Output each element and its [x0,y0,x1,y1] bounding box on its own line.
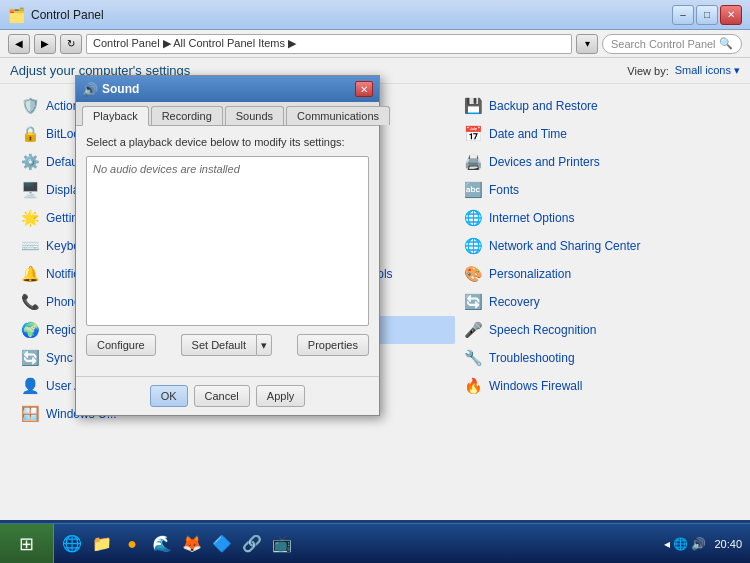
taskbar-ie-icon[interactable]: 🌐 [58,530,86,558]
no-devices-text: No audio devices are installed [93,163,240,175]
cp-close-button[interactable]: ✕ [720,5,742,25]
list-item[interactable]: 🖨️Devices and Printers [455,148,738,176]
cp-search-box[interactable]: Search Control Panel 🔍 [602,34,742,54]
apply-button[interactable]: Apply [256,385,306,407]
dialog-close-button[interactable]: ✕ [355,81,373,97]
cp-titlebar: 🗂️ Control Panel – □ ✕ [0,0,750,30]
display-icon: 🖥️ [20,180,40,200]
view-by-label: View by: [627,65,668,77]
taskbar-media-icon[interactable]: ● [118,530,146,558]
desktop: 🗂️ Control Panel – □ ✕ ◀ ▶ ↻ Control Pan… [0,0,750,563]
taskbar-media2-icon[interactable]: 🌊 [148,530,176,558]
dialog-body: Select a playback device below to modify… [76,126,379,366]
cp-window-buttons: – □ ✕ [672,5,742,25]
getting-started-icon: 🌟 [20,208,40,228]
speech-recognition-icon: 🎤 [463,320,483,340]
cp-addressbar: ◀ ▶ ↻ Control Panel ▶ All Control Panel … [0,30,750,58]
cancel-button[interactable]: Cancel [194,385,250,407]
personalization-icon: 🎨 [463,264,483,284]
cp-minimize-button[interactable]: – [672,5,694,25]
configure-button[interactable]: Configure [86,334,156,356]
taskbar-app3-icon[interactable]: 📺 [268,530,296,558]
keyboard-icon: ⌨️ [20,236,40,256]
taskbar-app1-icon[interactable]: 🔷 [208,530,236,558]
system-tray: ◂ 🌐 🔊 [660,537,710,551]
device-list: No audio devices are installed [86,156,369,326]
sync-icon: 🔄 [20,348,40,368]
list-item[interactable]: 💾Backup and Restore [455,92,738,120]
backup-icon: 💾 [463,96,483,116]
list-item[interactable]: 🌐Network and Sharing Center [455,232,738,260]
taskbar-app2-icon[interactable]: 🔗 [238,530,266,558]
notification-icon: 🔔 [20,264,40,284]
taskbar-right: ◂ 🌐 🔊 20:40 [660,537,750,551]
cp-history-button[interactable]: ▾ [576,34,598,54]
taskbar-firefox-icon[interactable]: 🦊 [178,530,206,558]
taskbar: ⊞ 🌐 📁 ● 🌊 🦊 🔷 🔗 📺 ◂ 🌐 🔊 20:40 [0,523,750,563]
set-default-button[interactable]: Set Default [181,334,256,356]
cp-breadcrumb: Control Panel ▶ All Control Panel Items … [86,34,572,54]
start-icon: ⊞ [19,533,34,555]
tab-sounds[interactable]: Sounds [225,106,284,125]
cp-refresh-button[interactable]: ↻ [60,34,82,54]
tray-volume-icon[interactable]: 🔊 [691,537,706,551]
default-programs-icon: ⚙️ [20,152,40,172]
list-item[interactable]: 🔤Fonts [455,176,738,204]
dialog-instruction: Select a playback device below to modify… [86,136,369,148]
dialog-action-buttons: Configure Set Default ▾ Properties [86,334,369,356]
cp-col3: 💾Backup and Restore 📅Date and Time 🖨️Dev… [455,92,738,428]
list-item[interactable]: 🎨Personalization [455,260,738,288]
cp-maximize-button[interactable]: □ [696,5,718,25]
tray-arrow[interactable]: ◂ [664,537,670,551]
windows-update-icon: 🪟 [20,404,40,424]
dialog-titlebar: 🔊 Sound ✕ [76,76,379,102]
tab-communications[interactable]: Communications [286,106,390,125]
tab-playback[interactable]: Playback [82,106,149,126]
start-button[interactable]: ⊞ [0,524,54,564]
region-icon: 🌍 [20,320,40,340]
dialog-tabs: Playback Recording Sounds Communications [76,102,379,126]
action-center-icon: 🛡️ [20,96,40,116]
search-placeholder: Search Control Panel [611,38,716,50]
taskbar-clock[interactable]: 20:40 [714,538,742,550]
internet-options-icon: 🌐 [463,208,483,228]
cp-window-title: Control Panel [31,8,672,22]
cp-forward-button[interactable]: ▶ [34,34,56,54]
set-default-group: Set Default ▾ [181,334,272,356]
search-icon: 🔍 [719,37,733,50]
recovery-icon: 🔄 [463,292,483,312]
troubleshooting-icon: 🔧 [463,348,483,368]
taskbar-explorer-icon[interactable]: 📁 [88,530,116,558]
devices-printers-icon: 🖨️ [463,152,483,172]
list-item[interactable]: 🔥Windows Firewall [455,372,738,400]
network-sharing-icon: 🌐 [463,236,483,256]
phone-icon: 📞 [20,292,40,312]
dialog-title-icon: 🔊 [82,82,98,97]
dialog-confirm-buttons: OK Cancel Apply [76,376,379,415]
list-item[interactable]: 🎤Speech Recognition [455,316,738,344]
sound-dialog: 🔊 Sound ✕ Playback Recording Sounds Comm… [75,75,380,416]
list-item[interactable]: 🌐Internet Options [455,204,738,232]
fonts-icon: 🔤 [463,180,483,200]
list-item[interactable]: 🔧Troubleshooting [455,344,738,372]
ok-button[interactable]: OK [150,385,188,407]
list-item[interactable]: 🔄Recovery [455,288,738,316]
datetime-icon: 📅 [463,124,483,144]
cp-window-icon: 🗂️ [8,7,25,23]
properties-button[interactable]: Properties [297,334,369,356]
cp-back-button[interactable]: ◀ [8,34,30,54]
set-default-arrow-button[interactable]: ▾ [256,334,272,356]
breadcrumb-text: Control Panel ▶ All Control Panel Items … [93,37,296,50]
list-item[interactable]: 📅Date and Time [455,120,738,148]
tray-network-icon: 🌐 [673,537,688,551]
tab-recording[interactable]: Recording [151,106,223,125]
windows-firewall-icon: 🔥 [463,376,483,396]
bitlocker-icon: 🔒 [20,124,40,144]
taskbar-pinned-icons: 🌐 📁 ● 🌊 🦊 🔷 🔗 📺 [54,530,300,558]
view-mode-selector[interactable]: Small icons ▾ [675,64,740,77]
user-accounts-icon: 👤 [20,376,40,396]
dialog-title-text: Sound [102,82,351,96]
